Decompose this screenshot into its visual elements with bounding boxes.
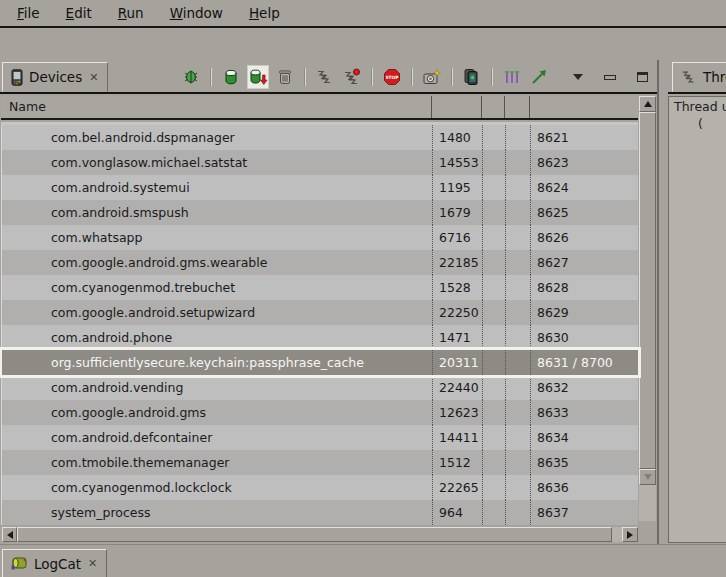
- vertical-scrollbar-thumb[interactable]: [639, 112, 656, 469]
- panel-sash[interactable]: [659, 60, 668, 545]
- process-name-cell: com.tmobile.thememanager: [2, 450, 432, 475]
- process-row[interactable]: com.google.android.setupwizard 22250 862…: [2, 300, 638, 325]
- menu-file[interactable]: File: [4, 3, 53, 23]
- process-pid-cell: 20311: [432, 350, 482, 375]
- scroll-up-button[interactable]: [639, 96, 656, 112]
- tab-logcat[interactable]: LogCat ✕: [2, 549, 107, 577]
- process-col3-cell: [482, 500, 505, 525]
- arrow-left-icon: [7, 531, 13, 539]
- profiling-bars-icon[interactable]: [502, 66, 522, 88]
- menu-bar: File Edit Run Window Help: [0, 0, 726, 28]
- column-header-2[interactable]: [481, 96, 504, 118]
- tab-logcat-label: LogCat: [34, 556, 81, 572]
- capture-device-icon[interactable]: [462, 66, 482, 88]
- process-pid-cell: 12623: [432, 400, 482, 425]
- menu-window[interactable]: Window: [157, 3, 236, 23]
- view-divider: [668, 92, 726, 94]
- process-port-cell: 8621: [530, 125, 638, 150]
- arrow-right-icon: [627, 531, 633, 539]
- dump-hprof-icon[interactable]: [248, 66, 268, 88]
- column-header-3[interactable]: [504, 96, 529, 118]
- profiling-arrow-icon[interactable]: [529, 66, 549, 88]
- menu-run[interactable]: Run: [105, 3, 157, 23]
- process-col4-cell: [505, 150, 530, 175]
- column-header-pid[interactable]: [431, 96, 481, 118]
- column-header-port[interactable]: [529, 96, 638, 118]
- process-port-cell: 8629: [530, 300, 638, 325]
- process-col3-cell: [482, 175, 505, 200]
- menu-edit[interactable]: Edit: [53, 3, 105, 23]
- process-col4-cell: [505, 275, 530, 300]
- process-col4-cell: [505, 175, 530, 200]
- process-pid-cell: 14553: [432, 150, 482, 175]
- horizontal-scrollbar-thumb[interactable]: [17, 527, 612, 542]
- process-col3-cell: [482, 400, 505, 425]
- process-row[interactable]: com.android.smspush 1679 8625: [2, 200, 638, 225]
- process-port-cell: 8632: [530, 375, 638, 400]
- tab-threads[interactable]: Threads: [672, 62, 726, 92]
- process-pid-cell: 1528: [432, 275, 482, 300]
- process-name-cell: system_process: [2, 500, 432, 525]
- maximize-icon[interactable]: [632, 66, 652, 88]
- process-row[interactable]: com.android.defcontainer 14411 8634: [2, 425, 638, 450]
- update-threads-icon[interactable]: [315, 66, 335, 88]
- close-icon[interactable]: ✕: [88, 71, 99, 84]
- process-row[interactable]: com.whatsapp 6716 8626: [2, 225, 638, 250]
- process-row[interactable]: com.vonglasow.michael.satstat 14553 8623: [2, 150, 638, 175]
- process-pid-cell: 14411: [432, 425, 482, 450]
- process-pid-cell: 22185: [432, 250, 482, 275]
- process-col3-cell: [482, 425, 505, 450]
- process-row[interactable]: com.google.android.gms.wearable 22185 86…: [2, 250, 638, 275]
- arrow-up-icon: [644, 101, 652, 107]
- column-header-name[interactable]: Name: [1, 96, 431, 118]
- process-col4-cell: [505, 225, 530, 250]
- process-name-cell: com.android.smspush: [2, 200, 432, 225]
- svg-text:STOP: STOP: [385, 75, 399, 80]
- process-table-header: Name: [1, 96, 638, 120]
- process-port-cell: 8637: [530, 500, 638, 525]
- process-row[interactable]: com.cyanogenmod.trebuchet 1528 8628: [2, 275, 638, 300]
- update-heap-icon[interactable]: [221, 66, 241, 88]
- scroll-down-button[interactable]: [639, 469, 656, 485]
- process-pid-cell: 6716: [432, 225, 482, 250]
- process-col3-cell: [482, 450, 505, 475]
- tab-devices[interactable]: Devices ✕: [2, 62, 108, 92]
- scroll-right-button[interactable]: [622, 527, 638, 542]
- process-col3-cell: [482, 475, 505, 500]
- view-divider: [0, 92, 657, 94]
- process-port-cell: 8628: [530, 275, 638, 300]
- process-port-cell: 8627: [530, 250, 638, 275]
- devices-view: Devices ✕: [0, 60, 659, 545]
- process-row[interactable]: system_process 964 8637: [2, 500, 638, 525]
- process-row[interactable]: org.sufficientlysecure.keychain:passphra…: [2, 350, 638, 375]
- debug-process-icon[interactable]: [181, 66, 201, 88]
- process-row[interactable]: com.tmobile.thememanager 1512 8635: [2, 450, 638, 475]
- close-icon[interactable]: ✕: [87, 557, 98, 570]
- view-menu-chevron-icon[interactable]: [568, 66, 588, 88]
- process-row[interactable]: com.bel.android.dspmanager 1480 8621: [2, 125, 638, 150]
- process-port-cell: 8633: [530, 400, 638, 425]
- process-port-cell: 8624: [530, 175, 638, 200]
- menu-help[interactable]: Help: [236, 3, 293, 23]
- process-col4-cell: [505, 400, 530, 425]
- process-name-cell: com.whatsapp: [2, 225, 432, 250]
- process-row[interactable]: com.android.vending 22440 8632: [2, 375, 638, 400]
- process-row[interactable]: com.android.phone 1471 8630: [2, 325, 638, 350]
- scroll-left-button[interactable]: [2, 527, 17, 542]
- device-monitor-window: File Edit Run Window Help Devices ✕: [0, 0, 726, 577]
- process-port-cell: 8626: [530, 225, 638, 250]
- tab-devices-label: Devices: [29, 69, 82, 85]
- process-col4-cell: [505, 450, 530, 475]
- minimize-icon[interactable]: [600, 66, 620, 88]
- process-port-cell: 8625: [530, 200, 638, 225]
- process-row[interactable]: com.google.android.gms 12623 8633: [2, 400, 638, 425]
- stop-process-icon[interactable]: STOP: [382, 66, 402, 88]
- process-row[interactable]: com.android.systemui 1195 8624: [2, 175, 638, 200]
- process-pid-cell: 22250: [432, 300, 482, 325]
- cause-gc-trash-icon[interactable]: [275, 66, 295, 88]
- process-pid-cell: 1480: [432, 125, 482, 150]
- process-row[interactable]: com.cyanogenmod.lockclock 22265 8636: [2, 475, 638, 500]
- screen-capture-camera-icon[interactable]: [422, 66, 442, 88]
- start-method-profiling-icon[interactable]: [342, 66, 362, 88]
- process-col4-cell: [505, 350, 530, 375]
